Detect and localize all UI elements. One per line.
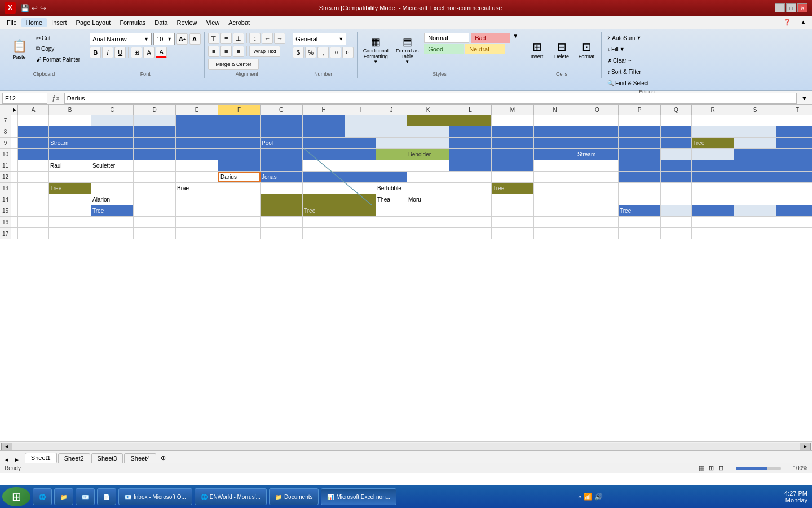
cell-C11[interactable]: Souletter	[91, 160, 134, 171]
cell-M14[interactable]	[492, 194, 534, 205]
cell-reference-box[interactable]: F12	[2, 93, 47, 104]
comma-button[interactable]: ,	[317, 47, 329, 58]
border-button[interactable]: ⊞	[131, 47, 142, 58]
col-header-G[interactable]: G	[261, 105, 303, 115]
menu-formulas[interactable]: Formulas	[115, 18, 150, 27]
taskbar-ie[interactable]: 🌐	[33, 488, 52, 505]
cell-F7[interactable]	[218, 115, 261, 126]
cell-E16[interactable]	[176, 217, 218, 227]
cell-B13[interactable]: Tree	[49, 183, 91, 194]
taskbar-clock[interactable]: 4:27 PM Monday	[784, 490, 810, 503]
cell-C13[interactable]	[91, 183, 134, 194]
cell-I9[interactable]	[345, 138, 376, 148]
align-left-button[interactable]: ≡	[208, 46, 219, 57]
cell-I14[interactable]	[345, 194, 376, 205]
cell-G14[interactable]	[261, 194, 303, 205]
col-header-P[interactable]: P	[619, 105, 661, 115]
cell-M13[interactable]: Tree	[492, 183, 534, 194]
cell-Q9[interactable]	[661, 138, 692, 148]
cell-M12[interactable]	[492, 172, 534, 182]
sheet-tab-3[interactable]: Sheet3	[91, 453, 123, 463]
col-header-K[interactable]: K	[407, 105, 449, 115]
cell-A13[interactable]	[18, 183, 49, 194]
cell-R17[interactable]	[692, 228, 734, 239]
menu-data[interactable]: Data	[150, 18, 172, 27]
cell-P7[interactable]	[619, 115, 661, 126]
cell-L16[interactable]	[449, 217, 492, 227]
sheet-tab-1[interactable]: Sheet1	[25, 453, 57, 463]
cell-T17[interactable]	[776, 228, 812, 239]
cell-S14[interactable]	[734, 194, 776, 205]
cell-H9[interactable]	[303, 138, 345, 148]
cell-G11[interactable]	[261, 160, 303, 171]
taskbar-explorer[interactable]: 📁	[54, 488, 73, 505]
menu-acrobat[interactable]: Acrobat	[224, 18, 254, 27]
align-middle-button[interactable]: ≡	[220, 33, 232, 44]
cell-T11[interactable]	[776, 160, 812, 171]
cell-G8[interactable]	[261, 126, 303, 137]
paste-button[interactable]: 📋 Paste	[6, 33, 33, 67]
cell-O14[interactable]	[576, 194, 619, 205]
cell-D17[interactable]	[134, 228, 176, 239]
cell-J11[interactable]	[376, 160, 407, 171]
cell-T13[interactable]	[776, 183, 812, 194]
cell-C14[interactable]: Alarion	[91, 194, 134, 205]
cell-P17[interactable]	[619, 228, 661, 239]
cell-H13[interactable]	[303, 183, 345, 194]
cell-T10[interactable]	[776, 149, 812, 160]
cell-J7[interactable]	[376, 115, 407, 126]
decrease-font-button[interactable]: A-	[189, 33, 201, 45]
cell-B15[interactable]	[49, 205, 91, 216]
sheet-tab-4[interactable]: Sheet4	[124, 453, 156, 463]
cell-H10[interactable]	[303, 149, 345, 160]
col-header-C[interactable]: C	[91, 105, 134, 115]
taskbar-enworld[interactable]: 🌐 ENWorld - Morrus'...	[195, 488, 267, 505]
sheet-nav-next[interactable]: ►	[12, 457, 21, 463]
cell-C17[interactable]	[91, 228, 134, 239]
col-header-F[interactable]: F	[218, 105, 261, 115]
cell-H8[interactable]	[303, 126, 345, 137]
increase-decimal-button[interactable]: 0.	[342, 47, 354, 58]
cell-E10[interactable]	[176, 149, 218, 160]
cell-T12[interactable]	[776, 172, 812, 182]
cell-R11[interactable]	[692, 160, 734, 171]
cell-F16[interactable]	[218, 217, 261, 227]
cell-T9[interactable]	[776, 138, 812, 148]
col-header-N[interactable]: N	[534, 105, 576, 115]
cell-T16[interactable]	[776, 217, 812, 227]
increase-font-button[interactable]: A+	[176, 33, 188, 45]
cell-K7[interactable]	[407, 115, 449, 126]
cell-R13[interactable]	[692, 183, 734, 194]
cell-I12[interactable]	[345, 172, 376, 182]
col-header-S[interactable]: S	[734, 105, 776, 115]
align-right-button[interactable]: ≡	[233, 46, 244, 57]
cell-D9[interactable]	[134, 138, 176, 148]
cell-D15[interactable]	[134, 205, 176, 216]
cell-J9[interactable]	[376, 138, 407, 148]
cell-F9[interactable]	[218, 138, 261, 148]
taskbar-documents[interactable]: 📁 Documents	[269, 488, 319, 505]
cell-I17[interactable]	[345, 228, 376, 239]
taskbar-excel[interactable]: 📊 Microsoft Excel non...	[321, 488, 396, 505]
cell-E11[interactable]	[176, 160, 218, 171]
col-header-L[interactable]: L	[449, 105, 492, 115]
conditional-formatting-button[interactable]: ▦ Conditional Formatting ▼	[361, 33, 390, 67]
cell-N11[interactable]	[534, 160, 576, 171]
cell-S16[interactable]	[734, 217, 776, 227]
cell-N17[interactable]	[534, 228, 576, 239]
cell-E8[interactable]	[176, 126, 218, 137]
cell-B9[interactable]: Stream	[49, 138, 91, 148]
align-top-button[interactable]: ⊤	[208, 33, 219, 44]
corner-cell[interactable]	[0, 105, 11, 115]
cell-S9[interactable]	[734, 138, 776, 148]
cell-G12[interactable]: Jonas	[261, 172, 303, 182]
cell-S12[interactable]	[734, 172, 776, 182]
cell-I13[interactable]	[345, 183, 376, 194]
cell-A17[interactable]	[18, 228, 49, 239]
cell-M15[interactable]	[492, 205, 534, 216]
delete-cells-button[interactable]: ⊟ Delete	[550, 33, 573, 67]
percent-button[interactable]: %	[305, 47, 316, 58]
cell-R7[interactable]	[692, 115, 734, 126]
cell-P9[interactable]	[619, 138, 661, 148]
cell-I10[interactable]	[345, 149, 376, 160]
